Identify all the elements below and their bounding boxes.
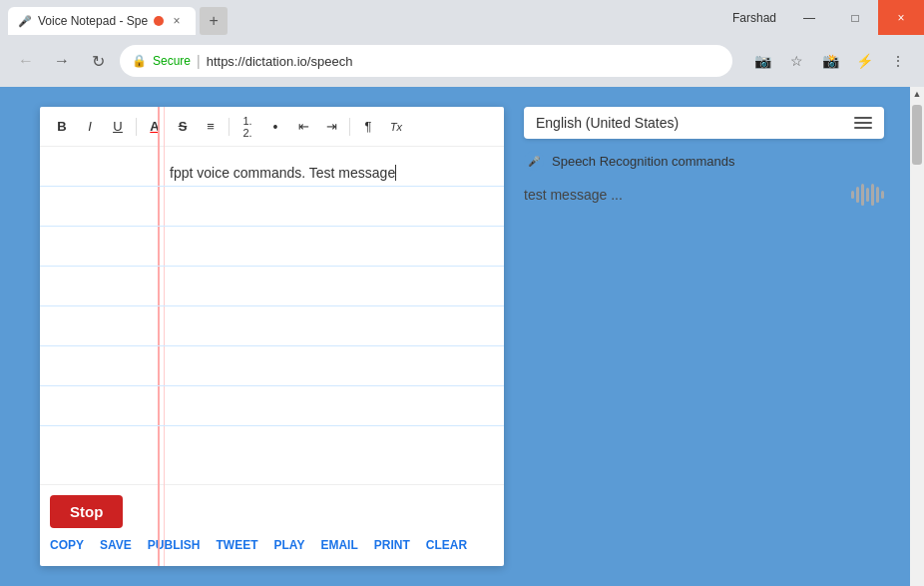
mic-icon-small: 🎤: [524, 151, 544, 171]
close-button[interactable]: ×: [878, 0, 924, 35]
speech-commands-row: 🎤 Speech Recognition commands: [524, 151, 884, 171]
new-tab-button[interactable]: +: [200, 7, 228, 35]
audio-bar-6: [876, 187, 879, 203]
underline-button[interactable]: U: [106, 115, 130, 139]
italic-button[interactable]: I: [78, 115, 102, 139]
lock-icon: 🔒: [132, 54, 147, 68]
ordered-list-button[interactable]: 1.2.: [235, 115, 259, 139]
hamburger-line3: [854, 127, 872, 129]
video-icon[interactable]: 📷: [748, 47, 776, 75]
scroll-up-arrow[interactable]: ▲: [910, 87, 924, 101]
line2: [40, 187, 504, 227]
strikethrough-button[interactable]: S: [171, 115, 195, 139]
tab-favicon: 🎤: [18, 14, 32, 28]
minimize-button[interactable]: —: [786, 0, 832, 35]
notepad-text[interactable]: fppt voice commands. Test message: [170, 157, 494, 189]
toolbar-sep3: [349, 118, 350, 136]
scrollbar[interactable]: ▲: [910, 87, 924, 586]
formatting-toolbar: B I U A S ≡ 1.2. • ⇤ ⇥ ¶ Tx: [40, 107, 504, 147]
main-content: B I U A S ≡ 1.2. • ⇤ ⇥ ¶ Tx fppt: [0, 87, 924, 586]
line3: [40, 227, 504, 267]
tab-area: 🎤 Voice Notepad - Spe × +: [8, 0, 228, 35]
language-text: English (United States): [536, 115, 679, 131]
mic-icon: 🎤: [18, 15, 32, 28]
mic-glyph: 🎤: [528, 156, 540, 167]
paragraph-button[interactable]: ¶: [356, 115, 380, 139]
audio-bar-2: [856, 187, 859, 203]
recording-dot: [154, 16, 164, 26]
forward-button[interactable]: →: [48, 47, 76, 75]
audio-bar-1: [851, 191, 854, 199]
toolbar-sep2: [229, 118, 230, 136]
dictation-text: test message ...: [524, 187, 623, 203]
line6: [40, 346, 504, 386]
align-button[interactable]: ≡: [199, 115, 223, 139]
line4: [40, 267, 504, 306]
indent-right-button[interactable]: ⇥: [319, 115, 343, 139]
notepad-content-text: fppt voice commands. Test message: [170, 165, 395, 181]
clear-format-button[interactable]: Tx: [384, 115, 408, 139]
url-bar[interactable]: 🔒 Secure | https://dictation.io/speech: [120, 45, 732, 77]
toolbar-sep1: [136, 118, 137, 136]
url-separator: |: [197, 53, 201, 69]
audio-bar-7: [881, 191, 884, 199]
notepad: B I U A S ≡ 1.2. • ⇤ ⇥ ¶ Tx fppt: [40, 107, 504, 566]
email-link[interactable]: EMAIL: [320, 538, 357, 552]
indent-left-button[interactable]: ⇤: [291, 115, 315, 139]
copy-link[interactable]: COPY: [50, 538, 84, 552]
bookmark-icon[interactable]: ☆: [782, 47, 810, 75]
speech-commands-label[interactable]: Speech Recognition commands: [552, 154, 735, 169]
dictation-area: test message ...: [524, 183, 884, 207]
more-menu-icon[interactable]: ⋮: [884, 47, 912, 75]
notepad-lines[interactable]: fppt voice commands. Test message: [40, 147, 504, 484]
save-link[interactable]: SAVE: [100, 538, 132, 552]
bold-button[interactable]: B: [50, 115, 74, 139]
cursor: [395, 165, 396, 181]
lightning-icon[interactable]: ⚡: [850, 47, 878, 75]
play-link[interactable]: PLAY: [273, 538, 304, 552]
secure-label: Secure: [153, 54, 191, 68]
language-selector[interactable]: English (United States): [524, 107, 884, 139]
back-button[interactable]: ←: [12, 47, 40, 75]
scrollbar-thumb[interactable]: [912, 105, 922, 165]
address-bar: ← → ↻ 🔒 Secure | https://dictation.io/sp…: [0, 35, 924, 87]
publish-link[interactable]: PUBLISH: [148, 538, 201, 552]
unordered-list-button[interactable]: •: [263, 115, 287, 139]
audio-bar-4: [866, 188, 869, 202]
line7: [40, 386, 504, 426]
audio-bars: [851, 183, 884, 207]
hamburger-menu-icon[interactable]: [854, 117, 872, 129]
reload-button[interactable]: ↻: [84, 47, 112, 75]
line5: [40, 306, 504, 346]
tab-label: Voice Notepad - Spe: [38, 14, 148, 28]
username-label: Farshad: [722, 0, 786, 35]
toolbar-right: 📷 ☆ 📸 ⚡ ⋮: [748, 47, 912, 75]
active-tab[interactable]: 🎤 Voice Notepad - Spe ×: [8, 7, 196, 35]
print-link[interactable]: PRINT: [374, 538, 410, 552]
chrome-frame: 🎤 Voice Notepad - Spe × + Farshad — □ × …: [0, 0, 924, 87]
tweet-link[interactable]: TWEET: [216, 538, 257, 552]
url-text: https://dictation.io/speech: [207, 54, 353, 69]
window-controls: — □ ×: [786, 0, 924, 35]
tab-close-btn[interactable]: ×: [170, 14, 184, 28]
action-links: COPY SAVE PUBLISH TWEET PLAY EMAIL PRINT…: [50, 534, 494, 556]
audio-bar-3: [861, 184, 864, 206]
clear-link[interactable]: CLEAR: [426, 538, 467, 552]
audio-bar-5: [871, 184, 874, 206]
notepad-bottom: Stop COPY SAVE PUBLISH TWEET PLAY EMAIL …: [40, 484, 504, 566]
stop-button[interactable]: Stop: [50, 495, 123, 528]
title-bar: 🎤 Voice Notepad - Spe × + Farshad — □ ×: [0, 0, 924, 35]
hamburger-line1: [854, 117, 872, 119]
side-panel: English (United States) 🎤 Speech Recogni…: [524, 107, 884, 566]
camera-icon[interactable]: 📸: [816, 47, 844, 75]
hamburger-line2: [854, 122, 872, 124]
maximize-button[interactable]: □: [832, 0, 878, 35]
